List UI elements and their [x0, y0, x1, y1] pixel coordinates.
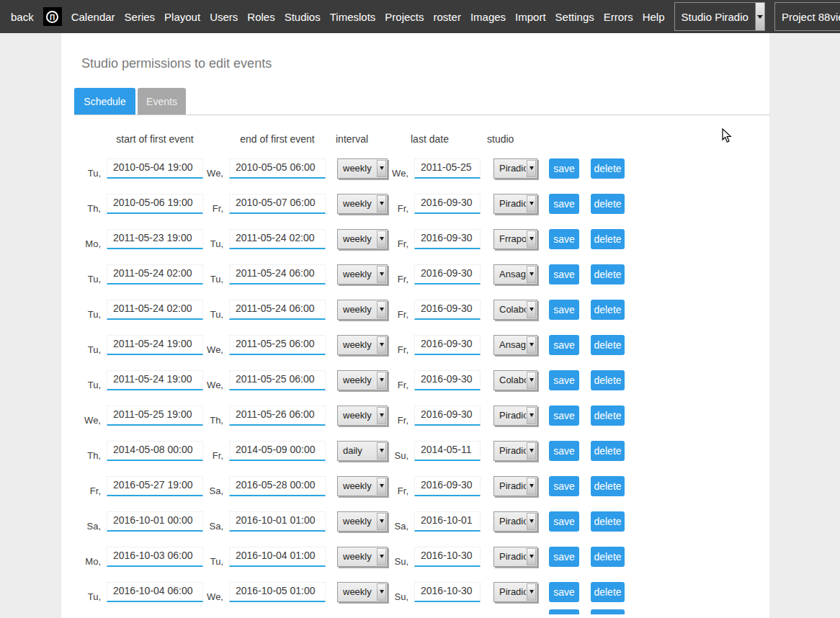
save-button[interactable]: save [549, 370, 579, 390]
delete-button[interactable]: delete [591, 335, 625, 355]
interval-select[interactable]: weekly [337, 229, 388, 249]
delete-button[interactable]: delete [591, 264, 625, 285]
delete-button[interactable]: delete [591, 158, 625, 179]
save-button[interactable]: save [549, 264, 579, 285]
start-datetime-input[interactable] [107, 300, 203, 320]
last-date-input[interactable] [414, 511, 481, 532]
start-datetime-input[interactable] [107, 511, 203, 532]
end-datetime-input[interactable] [229, 300, 326, 320]
nav-item[interactable]: Series [125, 11, 156, 23]
studio-select[interactable]: Piradio [493, 158, 537, 179]
interval-select[interactable]: weekly [337, 582, 388, 602]
nav-back-link[interactable]: back [11, 11, 34, 23]
studio-select[interactable]: Piradio [493, 441, 537, 461]
studio-select[interactable]: Ansage [493, 335, 537, 355]
start-datetime-input[interactable] [107, 441, 203, 461]
delete-button[interactable]: delete [591, 300, 625, 320]
last-date-input[interactable] [414, 335, 481, 355]
studio-select[interactable]: Colabo [493, 300, 537, 320]
save-button[interactable]: save [549, 194, 579, 214]
nav-item[interactable]: Calendar [71, 11, 115, 23]
next-row-save-button-partial[interactable] [549, 609, 579, 614]
end-datetime-input[interactable] [229, 264, 326, 285]
interval-select[interactable]: weekly [337, 406, 388, 426]
save-button[interactable]: save [549, 406, 579, 426]
last-date-input[interactable] [414, 476, 481, 496]
interval-select[interactable]: weekly [337, 370, 388, 390]
start-datetime-input[interactable] [107, 406, 203, 426]
nav-item[interactable]: Projects [385, 11, 424, 23]
piradio-logo-icon[interactable]: Π [43, 7, 62, 26]
nav-item[interactable]: Roles [247, 11, 274, 23]
next-row-delete-button-partial[interactable] [591, 609, 625, 614]
start-datetime-input[interactable] [107, 335, 203, 355]
interval-select[interactable]: weekly [337, 194, 388, 214]
interval-select[interactable]: weekly [337, 300, 388, 320]
end-datetime-input[interactable] [229, 158, 326, 179]
nav-item[interactable]: Studios [285, 11, 321, 23]
delete-button[interactable]: delete [591, 582, 625, 602]
studio-select[interactable]: Ansage [493, 264, 537, 285]
interval-select[interactable]: weekly [337, 476, 388, 496]
last-date-input[interactable] [414, 229, 481, 249]
start-datetime-input[interactable] [107, 582, 203, 602]
last-date-input[interactable] [414, 158, 481, 179]
start-datetime-input[interactable] [107, 264, 203, 285]
last-date-input[interactable] [414, 370, 481, 390]
save-button[interactable]: save [549, 229, 579, 249]
delete-button[interactable]: delete [591, 547, 625, 567]
end-datetime-input[interactable] [229, 229, 326, 249]
nav-item[interactable]: roster [434, 11, 461, 23]
nav-item[interactable]: Images [470, 11, 506, 23]
studio-select[interactable]: Piradio [493, 547, 537, 567]
last-date-input[interactable] [414, 300, 481, 320]
studio-select[interactable]: Piradio [493, 194, 537, 214]
studio-select[interactable]: Piradio [493, 406, 537, 426]
save-button[interactable]: save [549, 511, 579, 532]
start-datetime-input[interactable] [107, 194, 203, 214]
end-datetime-input[interactable] [229, 406, 326, 426]
save-button[interactable]: save [549, 335, 579, 355]
studio-select[interactable]: Piradio [493, 476, 537, 496]
end-datetime-input[interactable] [229, 511, 326, 532]
delete-button[interactable]: delete [591, 511, 625, 532]
start-datetime-input[interactable] [107, 370, 203, 390]
interval-select[interactable]: weekly [337, 335, 388, 355]
interval-select[interactable]: daily [337, 441, 388, 461]
save-button[interactable]: save [549, 300, 579, 320]
last-date-input[interactable] [414, 547, 481, 567]
studio-select[interactable]: Piradio [493, 582, 537, 602]
delete-button[interactable]: delete [591, 441, 625, 461]
start-datetime-input[interactable] [107, 158, 203, 179]
last-date-input[interactable] [414, 441, 481, 461]
end-datetime-input[interactable] [229, 547, 326, 567]
nav-item[interactable]: Playout [164, 11, 200, 23]
studio-select[interactable]: Frrapo [493, 229, 537, 249]
tab-events[interactable]: Events [138, 88, 186, 115]
end-datetime-input[interactable] [229, 335, 326, 355]
interval-select[interactable]: weekly [337, 158, 388, 179]
delete-button[interactable]: delete [591, 194, 625, 214]
delete-button[interactable]: delete [591, 476, 625, 496]
end-datetime-input[interactable] [229, 476, 326, 496]
last-date-input[interactable] [414, 582, 481, 602]
studio-select[interactable]: Colabo [493, 370, 537, 390]
nav-item[interactable]: Errors [604, 11, 633, 23]
end-datetime-input[interactable] [229, 370, 326, 390]
last-date-input[interactable] [414, 406, 481, 426]
start-datetime-input[interactable] [107, 476, 203, 496]
project-dropdown[interactable]: Project 88vier [774, 2, 840, 31]
tab-schedule[interactable]: Schedule [74, 88, 135, 115]
interval-select[interactable]: weekly [337, 511, 388, 532]
nav-item[interactable]: Users [210, 11, 238, 23]
delete-button[interactable]: delete [591, 370, 625, 390]
interval-select[interactable]: weekly [337, 264, 388, 285]
studio-select[interactable]: Piradio [493, 511, 537, 532]
save-button[interactable]: save [549, 547, 579, 567]
end-datetime-input[interactable] [229, 194, 326, 214]
nav-item[interactable]: Help [643, 11, 665, 23]
save-button[interactable]: save [549, 582, 579, 602]
nav-item[interactable]: Settings [555, 11, 594, 23]
save-button[interactable]: save [549, 158, 579, 179]
studio-dropdown[interactable]: Studio Piradio [674, 2, 765, 31]
